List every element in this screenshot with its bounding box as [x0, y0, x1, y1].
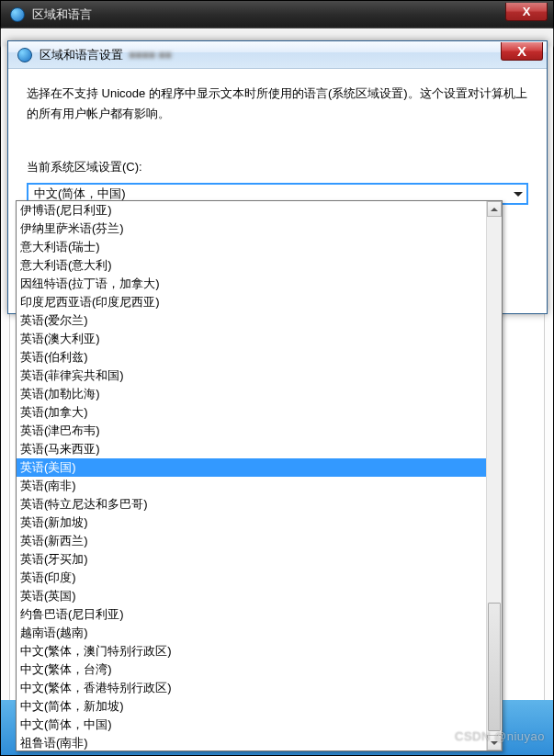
dropdown-item[interactable]: 英语(新西兰) [17, 532, 486, 550]
dropdown-item[interactable]: 英语(澳大利亚) [17, 330, 486, 348]
dropdown-item[interactable]: 英语(加拿大) [17, 403, 486, 422]
dialog-body: 选择在不支持 Unicode 的程序中显示文本时所使用的语言(系统区域设置)。这… [8, 69, 547, 220]
dropdown-items-container: 伊博语(尼日利亚)伊纳里萨米语(芬兰)意大利语(瑞士)意大利语(意大利)因纽特语… [17, 201, 486, 750]
dropdown-item[interactable]: 英语(马来西亚) [17, 440, 486, 458]
globe-icon [14, 44, 36, 66]
dropdown-item[interactable]: 英语(印度) [17, 569, 486, 587]
scroll-thumb[interactable] [488, 603, 501, 731]
dropdown-item[interactable]: 英语(特立尼达和多巴哥) [17, 495, 486, 513]
chevron-down-icon[interactable] [510, 185, 526, 203]
dialog-description: 选择在不支持 Unicode 的程序中显示文本时所使用的语言(系统区域设置)。这… [27, 84, 528, 124]
dialog-title-blurred-extra: ■■■■ ■■ [129, 49, 172, 62]
dropdown-item[interactable]: 约鲁巴语(尼日利亚) [17, 605, 486, 624]
scroll-track[interactable] [487, 217, 502, 735]
dropdown-item[interactable]: 中文(简体，中国) [17, 716, 486, 734]
dropdown-item[interactable]: 英语(加勒比海) [17, 385, 486, 403]
dropdown-item[interactable]: 英语(新加坡) [17, 513, 486, 532]
dropdown-item[interactable]: 英语(爱尔兰) [17, 311, 486, 330]
parent-titlebar[interactable]: 区域和语言 X [1, 1, 553, 28]
dropdown-item[interactable]: 越南语(越南) [17, 624, 486, 642]
dropdown-item[interactable]: 中文(繁体，香港特别行政区) [17, 679, 486, 697]
scroll-up-button[interactable] [487, 201, 502, 217]
globe-icon [6, 4, 28, 26]
watermark: CSDN @niuyao [455, 729, 545, 743]
parent-close-button[interactable]: X [505, 3, 548, 21]
dropdown-item[interactable]: 英语(牙买加) [17, 550, 486, 569]
parent-window-title: 区域和语言 [32, 6, 505, 23]
dropdown-item[interactable]: 英语(伯利兹) [17, 348, 486, 367]
dropdown-item[interactable]: 英语(美国) [17, 458, 486, 477]
dropdown-item[interactable]: 英语(津巴布韦) [17, 422, 486, 440]
dropdown-item[interactable]: 英语(南非) [17, 477, 486, 495]
dropdown-item[interactable]: 因纽特语(拉丁语，加拿大) [17, 275, 486, 293]
dialog-titlebar[interactable]: 区域和语言设置 ■■■■ ■■ X [8, 41, 547, 69]
dropdown-item[interactable]: 印度尼西亚语(印度尼西亚) [17, 293, 486, 311]
dropdown-item[interactable]: 祖鲁语(南非) [17, 734, 486, 751]
dropdown-item[interactable]: 中文(繁体，台湾) [17, 660, 486, 679]
dropdown-scrollbar[interactable] [486, 201, 502, 750]
dropdown-item[interactable]: 意大利语(瑞士) [17, 238, 486, 256]
dropdown-item[interactable]: 英语(菲律宾共和国) [17, 367, 486, 385]
dropdown-item[interactable]: 中文(繁体，澳门特别行政区) [17, 642, 486, 660]
dialog-close-button[interactable]: X [501, 42, 543, 61]
dropdown-item[interactable]: 意大利语(意大利) [17, 256, 486, 275]
dialog-title-text: 区域和语言设置 [40, 47, 123, 63]
dialog-title: 区域和语言设置 ■■■■ ■■ [40, 47, 501, 63]
dropdown-item[interactable]: 英语(英国) [17, 587, 486, 605]
locale-label: 当前系统区域设置(C): [27, 157, 528, 177]
locale-dropdown-list[interactable]: 伊博语(尼日利亚)伊纳里萨米语(芬兰)意大利语(瑞士)意大利语(意大利)因纽特语… [16, 200, 503, 751]
dropdown-item[interactable]: 伊纳里萨米语(芬兰) [17, 220, 486, 238]
dropdown-item[interactable]: 中文(简体，新加坡) [17, 697, 486, 716]
dropdown-item[interactable]: 伊博语(尼日利亚) [17, 201, 486, 220]
